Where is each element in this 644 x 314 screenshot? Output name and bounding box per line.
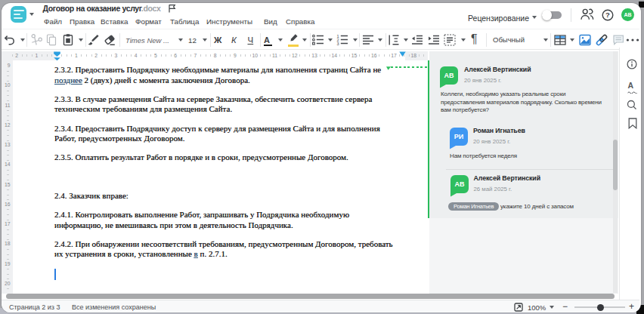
svg-text:АВ: АВ: [454, 180, 464, 188]
svg-text:АВ: АВ: [444, 72, 454, 79]
svg-text:3: 3: [337, 42, 339, 46]
svg-text:РИ: РИ: [454, 133, 463, 140]
svg-text:?: ?: [605, 11, 610, 19]
